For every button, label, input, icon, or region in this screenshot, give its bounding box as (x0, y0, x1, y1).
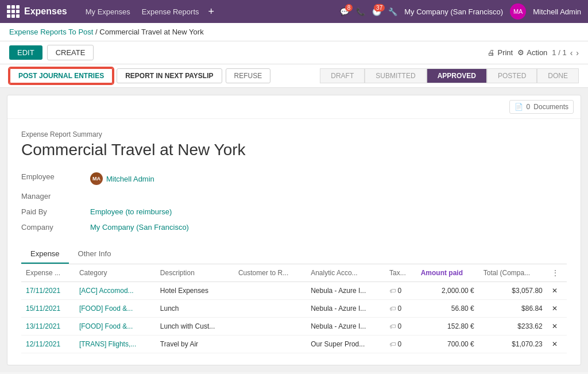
cell-date[interactable]: 13/11/2021 (21, 318, 75, 336)
cell-amount-paid: 152.80 € (416, 318, 479, 336)
manager-value[interactable] (90, 190, 567, 194)
cell-category[interactable]: [FOOD] Food &... (75, 300, 156, 318)
col-amount-paid: Amount paid (416, 264, 479, 282)
phone-icon: 📞 (356, 7, 365, 16)
col-tax: Tax... (385, 264, 416, 282)
expense-card: 📄 0 Documents Expense Report Summary Com… (7, 95, 581, 365)
chat-icon-button[interactable]: 💬 8 (340, 7, 349, 16)
expense-table: Expense ... Category Description Custome… (21, 264, 567, 353)
wrench-icon: 🔧 (388, 7, 397, 16)
user-avatar[interactable]: MA (510, 3, 526, 20)
cell-amount-paid: 700.00 € (416, 336, 479, 353)
cell-date[interactable]: 17/11/2021 (21, 282, 75, 300)
post-journal-button[interactable]: POST JOURNAL ENTRIES (9, 68, 113, 84)
app-title: Expenses (24, 6, 67, 17)
company-name[interactable]: My Company (San Francisco) (404, 7, 503, 16)
cell-tax: 🏷 0 (385, 336, 416, 353)
cell-category[interactable]: [FOOD] Food &... (75, 318, 156, 336)
breadcrumb: Expense Reports To Post / Commercial Tra… (0, 23, 588, 41)
create-button[interactable]: CREATE (47, 45, 94, 60)
col-description: Description (156, 264, 234, 282)
cell-analytic[interactable]: Our Super Prod... (306, 336, 385, 353)
card-header-bar: 📄 0 Documents (7, 95, 581, 119)
cell-customer (234, 336, 306, 353)
cell-amount-paid: 2,000.00 € (416, 282, 479, 300)
cell-analytic[interactable]: Nebula - Azure I... (306, 318, 385, 336)
pagination: 1 / 1 ‹ › (552, 48, 579, 57)
breadcrumb-current: Commercial Travel at New York (99, 28, 203, 36)
step-posted: POSTED (487, 68, 537, 83)
print-button[interactable]: 🖨 Print (488, 48, 513, 57)
clock-icon-button[interactable]: 🕐 37 (372, 7, 381, 16)
delete-icon[interactable]: ✕ (547, 300, 567, 318)
print-label: Print (497, 48, 513, 57)
cell-description[interactable]: Lunch (156, 300, 234, 318)
action-button[interactable]: ⚙ Action (517, 48, 547, 57)
phone-icon-button[interactable]: 📞 (356, 7, 365, 16)
settings-icon-button[interactable]: 🔧 (388, 7, 397, 16)
paid-by-label: Paid By (21, 206, 90, 218)
next-button[interactable]: › (576, 48, 579, 57)
step-done: DONE (537, 68, 579, 83)
step-submitted: SUBMITTED (365, 68, 426, 83)
cell-customer (234, 300, 306, 318)
navbar: Expenses My Expenses Expense Reports + 💬… (0, 0, 588, 23)
documents-label: Documents (533, 103, 568, 111)
table-row: 13/11/2021 [FOOD] Food &... Lunch with C… (21, 318, 567, 336)
company-value[interactable]: My Company (San Francisco) (90, 221, 567, 233)
cell-total: $233.62 (479, 318, 547, 336)
fields-grid: Employee MA Mitchell Admin Manager Paid … (21, 171, 567, 233)
manager-label: Manager (21, 190, 90, 202)
table-row: 17/11/2021 [ACC] Accomod... Hotel Expens… (21, 282, 567, 300)
prev-button[interactable]: ‹ (570, 48, 573, 57)
tab-expense[interactable]: Expense (21, 245, 69, 264)
my-expenses-link[interactable]: My Expenses (81, 5, 135, 18)
documents-button[interactable]: 📄 0 Documents (509, 100, 574, 114)
delete-icon[interactable]: ✕ (547, 318, 567, 336)
payslip-button[interactable]: REPORT IN NEXT PAYSLIP (117, 68, 222, 83)
cell-total: $86.84 (479, 300, 547, 318)
table-row: 12/11/2021 [TRANS] Flights,... Travel by… (21, 336, 567, 353)
expense-reports-link[interactable]: Expense Reports (137, 5, 204, 18)
cell-analytic[interactable]: Nebula - Azure I... (306, 300, 385, 318)
gear-icon: ⚙ (517, 48, 524, 57)
cell-category[interactable]: [ACC] Accomod... (75, 282, 156, 300)
action-bar: EDIT CREATE 🖨 Print ⚙ Action 1 / 1 ‹ › (0, 41, 588, 64)
delete-icon[interactable]: ✕ (547, 336, 567, 353)
employee-value: MA Mitchell Admin (90, 171, 567, 187)
print-icon: 🖨 (488, 48, 495, 57)
cell-date[interactable]: 12/11/2021 (21, 336, 75, 353)
navbar-right: 💬 8 📞 🕐 37 🔧 My Company (San Francisco) … (340, 3, 581, 20)
refuse-button[interactable]: REFUSE (226, 68, 271, 83)
cell-analytic[interactable]: Nebula - Azure I... (306, 282, 385, 300)
paid-by-value[interactable]: Employee (to reimburse) (90, 206, 567, 218)
edit-button[interactable]: EDIT (9, 45, 42, 60)
col-category: Category (75, 264, 156, 282)
cell-description[interactable]: Lunch with Cust... (156, 318, 234, 336)
card-body: Expense Report Summary Commercial Travel… (7, 119, 581, 365)
col-menu[interactable]: ⋮ (547, 264, 567, 282)
cell-description[interactable]: Travel by Air (156, 336, 234, 353)
chat-badge: 8 (345, 4, 353, 11)
report-title: Commercial Travel at New York (21, 141, 567, 159)
user-name[interactable]: Mitchell Admin (533, 7, 581, 16)
tabs-row: Expense Other Info (21, 245, 567, 264)
tab-other-info[interactable]: Other Info (69, 245, 121, 264)
cell-date[interactable]: 15/11/2021 (21, 300, 75, 318)
company-label: Company (21, 221, 90, 233)
cell-customer (234, 282, 306, 300)
step-approved: APPROVED (427, 68, 487, 83)
add-menu-button[interactable]: + (206, 6, 217, 18)
clock-badge: 37 (374, 4, 385, 11)
documents-count: 0 (527, 103, 531, 111)
navbar-brand[interactable]: Expenses (7, 5, 67, 18)
delete-icon[interactable]: ✕ (547, 282, 567, 300)
cell-category[interactable]: [TRANS] Flights,... (75, 336, 156, 353)
employee-name[interactable]: Mitchell Admin (106, 175, 154, 183)
cell-total: $1,070.23 (479, 336, 547, 353)
breadcrumb-parent[interactable]: Expense Reports To Post (9, 28, 93, 36)
cell-description[interactable]: Hotel Expenses (156, 282, 234, 300)
cell-tax: 🏷 0 (385, 300, 416, 318)
table-row: 15/11/2021 [FOOD] Food &... Lunch Nebula… (21, 300, 567, 318)
col-analytic: Analytic Acco... (306, 264, 385, 282)
